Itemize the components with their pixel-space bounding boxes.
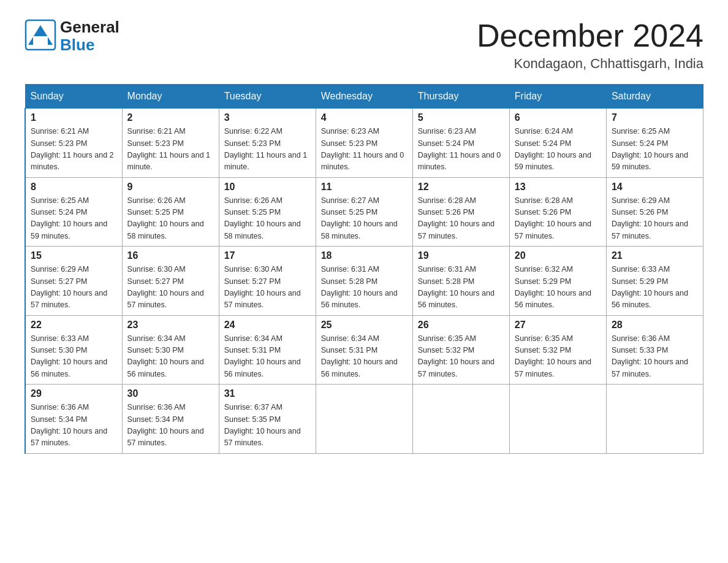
day-info: Sunrise: 6:24 AMSunset: 5:24 PMDaylight:…	[515, 127, 591, 171]
calendar-cell	[509, 385, 606, 454]
calendar-table: SundayMondayTuesdayWednesdayThursdayFrid…	[25, 84, 703, 454]
day-number: 19	[418, 250, 504, 261]
calendar-cell: 29 Sunrise: 6:36 AMSunset: 5:34 PMDaylig…	[25, 385, 122, 454]
day-info: Sunrise: 6:36 AMSunset: 5:33 PMDaylight:…	[612, 334, 688, 378]
calendar-cell: 23 Sunrise: 6:34 AMSunset: 5:30 PMDaylig…	[122, 315, 219, 385]
svg-rect-2	[33, 36, 48, 45]
day-number: 11	[321, 182, 408, 193]
calendar-cell: 25 Sunrise: 6:34 AMSunset: 5:31 PMDaylig…	[316, 315, 412, 385]
day-info: Sunrise: 6:25 AMSunset: 5:24 PMDaylight:…	[31, 196, 107, 240]
day-number: 8	[31, 182, 117, 193]
calendar-cell: 14 Sunrise: 6:29 AMSunset: 5:26 PMDaylig…	[606, 177, 703, 247]
logo-text-group: General Blue	[60, 18, 119, 53]
calendar-cell: 16 Sunrise: 6:30 AMSunset: 5:27 PMDaylig…	[122, 247, 219, 316]
calendar-cell: 10 Sunrise: 6:26 AMSunset: 5:25 PMDaylig…	[219, 177, 316, 247]
calendar-week-4: 22 Sunrise: 6:33 AMSunset: 5:30 PMDaylig…	[25, 315, 703, 385]
day-info: Sunrise: 6:30 AMSunset: 5:27 PMDaylight:…	[127, 265, 204, 309]
calendar-cell: 12 Sunrise: 6:28 AMSunset: 5:26 PMDaylig…	[412, 177, 509, 247]
day-number: 31	[224, 388, 311, 399]
month-title: December 2024	[477, 18, 703, 53]
day-number: 14	[612, 182, 698, 193]
day-info: Sunrise: 6:28 AMSunset: 5:26 PMDaylight:…	[515, 196, 591, 240]
day-number: 30	[127, 388, 214, 399]
calendar-cell: 4 Sunrise: 6:23 AMSunset: 5:23 PMDayligh…	[316, 109, 412, 178]
calendar-cell: 27 Sunrise: 6:35 AMSunset: 5:32 PMDaylig…	[509, 315, 606, 385]
location-subtitle: Kondagaon, Chhattisgarh, India	[477, 56, 703, 72]
day-number: 27	[515, 320, 601, 331]
calendar-cell: 17 Sunrise: 6:30 AMSunset: 5:27 PMDaylig…	[219, 247, 316, 316]
day-info: Sunrise: 6:26 AMSunset: 5:25 PMDaylight:…	[127, 196, 204, 240]
header-tuesday: Tuesday	[219, 85, 316, 109]
day-info: Sunrise: 6:26 AMSunset: 5:25 PMDaylight:…	[224, 196, 301, 240]
day-info: Sunrise: 6:21 AMSunset: 5:23 PMDaylight:…	[31, 127, 114, 171]
day-number: 4	[321, 112, 408, 123]
header-thursday: Thursday	[412, 85, 509, 109]
day-info: Sunrise: 6:21 AMSunset: 5:23 PMDaylight:…	[127, 127, 211, 171]
day-number: 29	[31, 388, 117, 399]
calendar-week-2: 8 Sunrise: 6:25 AMSunset: 5:24 PMDayligh…	[25, 177, 703, 247]
day-info: Sunrise: 6:36 AMSunset: 5:34 PMDaylight:…	[127, 403, 204, 447]
header-wednesday: Wednesday	[316, 85, 412, 109]
day-number: 21	[612, 250, 698, 261]
calendar-cell: 13 Sunrise: 6:28 AMSunset: 5:26 PMDaylig…	[509, 177, 606, 247]
calendar-cell: 30 Sunrise: 6:36 AMSunset: 5:34 PMDaylig…	[122, 385, 219, 454]
calendar-week-5: 29 Sunrise: 6:36 AMSunset: 5:34 PMDaylig…	[25, 385, 703, 454]
calendar-cell: 11 Sunrise: 6:27 AMSunset: 5:25 PMDaylig…	[316, 177, 412, 247]
day-number: 17	[224, 250, 311, 261]
calendar-cell: 24 Sunrise: 6:34 AMSunset: 5:31 PMDaylig…	[219, 315, 316, 385]
logo-general: General	[60, 18, 119, 36]
calendar-cell: 15 Sunrise: 6:29 AMSunset: 5:27 PMDaylig…	[25, 247, 122, 316]
day-number: 10	[224, 182, 311, 193]
page-header: General Blue December 2024 Kondagaon, Ch…	[25, 18, 703, 72]
calendar-cell	[316, 385, 412, 454]
day-number: 18	[321, 250, 408, 261]
calendar-cell: 26 Sunrise: 6:35 AMSunset: 5:32 PMDaylig…	[412, 315, 509, 385]
calendar-cell: 9 Sunrise: 6:26 AMSunset: 5:25 PMDayligh…	[122, 177, 219, 247]
calendar-cell: 1 Sunrise: 6:21 AMSunset: 5:23 PMDayligh…	[25, 109, 122, 178]
calendar-cell	[412, 385, 509, 454]
calendar-cell: 6 Sunrise: 6:24 AMSunset: 5:24 PMDayligh…	[509, 109, 606, 178]
logo-icon	[25, 19, 56, 53]
calendar-cell: 5 Sunrise: 6:23 AMSunset: 5:24 PMDayligh…	[412, 109, 509, 178]
day-number: 6	[515, 112, 601, 123]
day-number: 26	[418, 320, 504, 331]
day-number: 24	[224, 320, 311, 331]
day-info: Sunrise: 6:28 AMSunset: 5:26 PMDaylight:…	[418, 196, 495, 240]
calendar-cell: 18 Sunrise: 6:31 AMSunset: 5:28 PMDaylig…	[316, 247, 412, 316]
calendar-cell	[606, 385, 703, 454]
header-sunday: Sunday	[25, 85, 122, 109]
day-info: Sunrise: 6:36 AMSunset: 5:34 PMDaylight:…	[31, 403, 107, 447]
header-friday: Friday	[509, 85, 606, 109]
calendar-week-3: 15 Sunrise: 6:29 AMSunset: 5:27 PMDaylig…	[25, 247, 703, 316]
day-number: 15	[31, 250, 117, 261]
day-number: 25	[321, 320, 408, 331]
day-info: Sunrise: 6:34 AMSunset: 5:30 PMDaylight:…	[127, 334, 204, 378]
calendar-cell: 3 Sunrise: 6:22 AMSunset: 5:23 PMDayligh…	[219, 109, 316, 178]
day-info: Sunrise: 6:34 AMSunset: 5:31 PMDaylight:…	[321, 334, 398, 378]
logo: General Blue	[25, 18, 119, 53]
day-info: Sunrise: 6:25 AMSunset: 5:24 PMDaylight:…	[612, 127, 688, 171]
calendar-header: SundayMondayTuesdayWednesdayThursdayFrid…	[25, 85, 703, 109]
day-info: Sunrise: 6:23 AMSunset: 5:24 PMDaylight:…	[418, 127, 501, 171]
day-number: 12	[418, 182, 504, 193]
day-number: 7	[612, 112, 698, 123]
header-row: SundayMondayTuesdayWednesdayThursdayFrid…	[25, 85, 703, 109]
calendar-week-1: 1 Sunrise: 6:21 AMSunset: 5:23 PMDayligh…	[25, 109, 703, 178]
header-monday: Monday	[122, 85, 219, 109]
day-info: Sunrise: 6:22 AMSunset: 5:23 PMDaylight:…	[224, 127, 308, 171]
day-info: Sunrise: 6:33 AMSunset: 5:29 PMDaylight:…	[612, 265, 688, 309]
day-number: 5	[418, 112, 504, 123]
day-info: Sunrise: 6:31 AMSunset: 5:28 PMDaylight:…	[321, 265, 398, 309]
calendar-cell: 31 Sunrise: 6:37 AMSunset: 5:35 PMDaylig…	[219, 385, 316, 454]
calendar-cell: 22 Sunrise: 6:33 AMSunset: 5:30 PMDaylig…	[25, 315, 122, 385]
day-info: Sunrise: 6:27 AMSunset: 5:25 PMDaylight:…	[321, 196, 398, 240]
calendar-cell: 21 Sunrise: 6:33 AMSunset: 5:29 PMDaylig…	[606, 247, 703, 316]
day-number: 2	[127, 112, 214, 123]
logo-blue: Blue	[60, 36, 119, 54]
day-number: 28	[612, 320, 698, 331]
calendar-cell: 7 Sunrise: 6:25 AMSunset: 5:24 PMDayligh…	[606, 109, 703, 178]
calendar-cell: 19 Sunrise: 6:31 AMSunset: 5:28 PMDaylig…	[412, 247, 509, 316]
day-number: 22	[31, 320, 117, 331]
day-number: 23	[127, 320, 214, 331]
day-info: Sunrise: 6:29 AMSunset: 5:27 PMDaylight:…	[31, 265, 107, 309]
